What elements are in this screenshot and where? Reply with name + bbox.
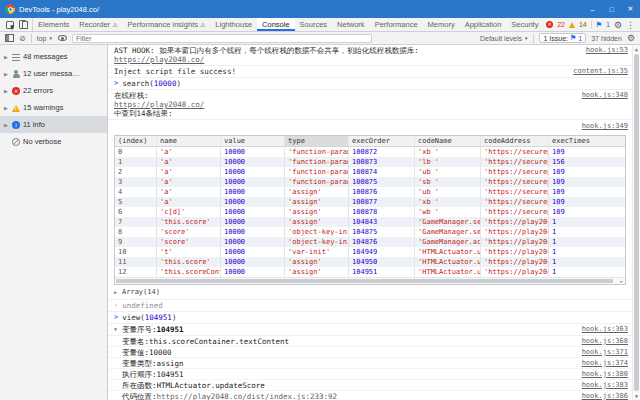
tab-network[interactable]: Network <box>332 18 370 31</box>
sidebar-item-warnings[interactable]: ▶ 15 warnings <box>0 99 107 116</box>
table-array-footer[interactable]: ▶ Array(14) <box>114 287 628 298</box>
sidebar-item-user-messages[interactable]: ▶ 12 user messa… <box>0 65 107 82</box>
device-toolbar-icon[interactable] <box>19 20 26 29</box>
console-vertical-scrollbar[interactable]: ▲ ▼ <box>632 45 640 400</box>
console-message-stream: AST HOOK: 如果本窗口内有多个线程，每个线程栈的数据不会共享，初始化线程… <box>108 45 632 400</box>
source-link[interactable]: hook.js:383 <box>582 381 628 390</box>
tab-lighthouse[interactable]: Lighthouse <box>210 18 257 31</box>
more-options-icon[interactable]: ⋮ <box>626 20 635 30</box>
tab-memory[interactable]: Memory <box>423 18 460 31</box>
tab-sources[interactable]: Sources <box>295 18 333 31</box>
maximize-button[interactable]: □ <box>602 0 621 18</box>
tab-performance[interactable]: Performance <box>370 18 423 31</box>
issues-flag-icon[interactable]: ⚑ <box>596 21 602 29</box>
source-link[interactable]: hook.js:371 <box>582 348 628 357</box>
sidebar-item-label: 48 messages <box>23 52 68 61</box>
scroll-down-icon[interactable]: ▼ <box>633 392 640 400</box>
expander-icon[interactable]: ▶ <box>4 54 9 60</box>
cell-exectimes: 1 <box>549 227 625 237</box>
source-link[interactable]: hook.js:348 <box>582 91 628 100</box>
cell-value: 10000 <box>221 217 285 227</box>
scroll-right-icon[interactable]: ▸ <box>620 278 623 285</box>
issues-flag-icon: ⚑ <box>570 34 576 42</box>
table-horizontal-scrollbar[interactable]: ▸ <box>115 277 625 284</box>
cell-type: 'var-init' <box>285 247 349 257</box>
source-link[interactable]: hook.js:53 <box>586 46 628 55</box>
table-row: 8 'score' 10000 'object-key-init' 104875… <box>115 227 625 237</box>
source-link[interactable]: hook.js:368 <box>582 337 628 346</box>
detail-prop-row: 变量值: 10000 hook.js:371 <box>108 347 632 358</box>
warning-count[interactable]: 14 <box>579 21 587 28</box>
table-column-name[interactable]: name <box>157 136 221 147</box>
page-url-link[interactable]: https://play2048.co/ <box>114 55 204 64</box>
table-column-value[interactable]: value <box>221 136 285 147</box>
scrollbar-thumb[interactable] <box>634 54 639 391</box>
expander-icon[interactable]: ▶ <box>4 88 9 94</box>
issues-count[interactable]: 1 <box>606 21 610 28</box>
source-link[interactable]: hook.js:380 <box>582 370 628 379</box>
source-link[interactable]: hook.js:374 <box>582 359 628 368</box>
cell-index: 5 <box>115 197 157 207</box>
source-link[interactable]: content.js:35 <box>573 67 628 76</box>
table-column-codename[interactable]: codeName <box>415 136 481 147</box>
prop-value[interactable]: https://play2048.co/dist/index.js:233:92 <box>157 392 338 400</box>
scrollbar-thumb[interactable] <box>116 279 613 283</box>
cell-value: 10000 <box>221 257 285 267</box>
source-link[interactable]: hook.js:363 <box>582 325 628 334</box>
clear-console-icon[interactable]: ⊘ <box>19 34 26 43</box>
cell-name: 'this.score' <box>157 257 221 267</box>
scroll-up-icon[interactable]: ▲ <box>633 45 640 53</box>
cell-value: 10000 <box>221 187 285 197</box>
cell-name: 'a' <box>157 177 221 187</box>
expander-icon[interactable]: ▶ <box>114 288 119 297</box>
console-settings-gear-icon[interactable]: ⚙ <box>627 33 635 43</box>
expander-icon[interactable]: ▶ <box>4 122 9 128</box>
source-link[interactable]: hook.js:349 <box>582 122 628 131</box>
sidebar-item-verbose[interactable]: No verbose <box>0 133 107 150</box>
issues-counter-button[interactable]: 1 Issue: ⚑ 1 <box>539 33 586 43</box>
warning-count-icon <box>569 22 575 28</box>
cell-exectimes: 109 <box>549 187 625 197</box>
table-column-execorder[interactable]: execOrder <box>349 136 415 147</box>
expanded-icon[interactable]: ▼ <box>114 325 119 334</box>
page-url-link[interactable]: https://play2048.co/ <box>114 100 204 109</box>
tab-performance-insights[interactable]: Performance insights ⚠ <box>123 18 211 31</box>
log-levels-dropdown[interactable]: Default levels ▼ <box>480 35 529 42</box>
expander-icon[interactable]: ▶ <box>4 105 9 111</box>
tab-console[interactable]: Console <box>257 18 295 31</box>
inspect-element-icon[interactable] <box>6 21 14 29</box>
tab-elements[interactable]: Elements <box>33 18 74 31</box>
table-row: 6 'c[d]' 10000 'assign' 100878 'wb ' 'ht… <box>115 207 625 217</box>
tab-recorder[interactable]: Recorder ⚠ <box>74 18 122 31</box>
table-column-codeaddress[interactable]: codeAddress <box>481 136 549 147</box>
variable-detail-group[interactable]: ▼ 变量序号:104951 hook.js:363 <box>108 324 632 336</box>
sidebar-item-info[interactable]: ▶ 11 info <box>0 116 107 133</box>
minimize-button[interactable]: – <box>583 0 602 18</box>
table-column-type[interactable]: type <box>285 136 349 147</box>
tab-application[interactable]: Application <box>460 18 507 31</box>
table-row: 5 'a' 10000 'assign' 100877 'xb ' 'https… <box>115 197 625 207</box>
hidden-messages-button[interactable]: 37 hidden <box>591 35 622 42</box>
console-sidebar-toggle-icon[interactable] <box>5 34 14 42</box>
command-suffix: ) <box>176 79 181 88</box>
error-count[interactable]: 22 <box>557 21 565 28</box>
cell-value: 10000 <box>221 177 285 187</box>
sidebar-item-errors[interactable]: ▶ 22 errors <box>0 82 107 99</box>
tab-security[interactable]: Security <box>506 18 541 31</box>
source-link[interactable]: hook.js:386 <box>582 392 628 400</box>
cell-name: 'a' <box>157 157 221 167</box>
cell-codeaddress: 'https://securepu… <box>481 197 549 207</box>
tab-bar-tools <box>0 18 33 31</box>
settings-gear-icon[interactable]: ⚙ <box>614 20 622 30</box>
live-expression-eye-icon[interactable] <box>58 35 67 41</box>
cell-execorder: 100874 <box>349 167 415 177</box>
cell-codeaddress: 'https://securepu… <box>481 157 549 167</box>
table-column-exectimes[interactable]: execTimes <box>549 136 625 147</box>
close-button[interactable]: ✕ <box>621 0 640 18</box>
sidebar-item-messages[interactable]: ▶ 48 messages <box>0 48 107 65</box>
javascript-context-selector[interactable]: top ▼ <box>37 35 53 42</box>
table-column-index[interactable]: (index) <box>115 136 157 147</box>
expander-icon[interactable]: ▶ <box>4 71 9 77</box>
filter-input[interactable] <box>72 34 372 43</box>
table-row: 10 't' 10000 'var-init' 104949 'HTMLActu… <box>115 247 625 257</box>
